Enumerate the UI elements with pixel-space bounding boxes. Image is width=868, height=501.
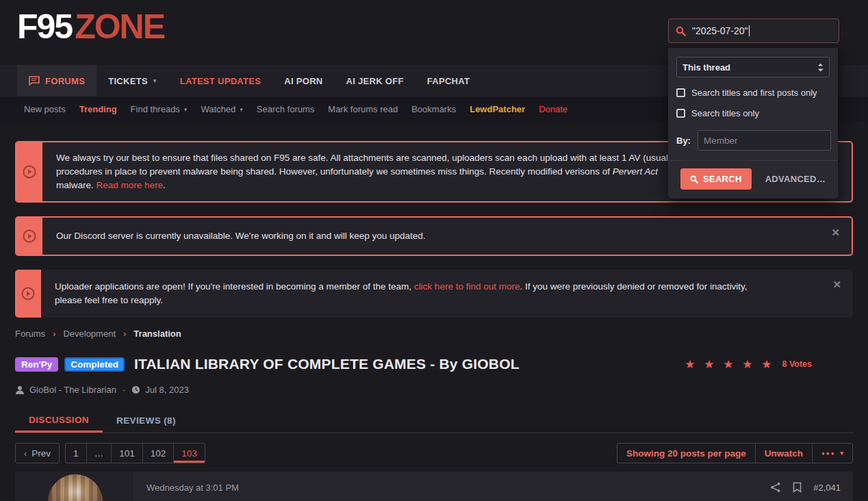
nav-item-forums[interactable]: FORUMS [17, 65, 97, 97]
page-button-101[interactable]: 101 [112, 444, 143, 463]
prev-page-button[interactable]: ‹ Prev [15, 443, 60, 463]
post-timestamp[interactable]: Wednesday at 3:01 PM [146, 483, 239, 493]
nav-label: FAPCHAT [427, 76, 470, 86]
page-button-102[interactable]: 102 [143, 444, 175, 463]
nav-item-ai-jerk-off[interactable]: AI JERK OFF [335, 65, 416, 97]
advanced-search-link[interactable]: ADVANCED… [765, 174, 826, 184]
nav-item-tickets[interactable]: TICKETS ▾ [97, 65, 168, 97]
page-button-1[interactable]: 1 [66, 444, 87, 463]
nav-label: AI JERK OFF [346, 76, 404, 86]
notice-flag [16, 142, 42, 201]
subnav-label: Find threads [131, 104, 180, 114]
subnav-mark-forums-read[interactable]: Mark forums read [321, 104, 405, 114]
site-logo[interactable]: F95ZONE [17, 5, 164, 48]
text-caret [749, 25, 750, 36]
page-ellipsis[interactable]: … [87, 444, 112, 463]
nav-item-latest-updates[interactable]: LATEST UPDATES [168, 65, 273, 97]
notice-line: We always try our best to ensure that fi… [56, 151, 668, 165]
select-arrows-icon [817, 63, 824, 72]
subnav-search-forums[interactable]: Search forums [250, 104, 322, 114]
prev-arrow-icon: ‹ [24, 448, 27, 459]
checkbox-row-first-posts: Search titles and first posts only [676, 88, 830, 98]
tab-discussion[interactable]: DISCUSSION [15, 409, 103, 433]
notice-line-text: We always try our best to ensure that fi… [56, 153, 668, 163]
search-panel-footer: SEARCH ADVANCED… [668, 160, 838, 198]
by-label: By: [676, 136, 691, 146]
play-circle-icon [21, 286, 36, 301]
bookmark-icon[interactable] [793, 482, 802, 493]
chevron-down-icon: ▾ [840, 450, 843, 457]
chevron-down-icon: ▾ [153, 77, 157, 84]
post-actions: #2,041 [770, 482, 841, 493]
tab-reviews[interactable]: REVIEWS (8) [103, 409, 190, 433]
badge-completed[interactable]: Completed [64, 357, 125, 372]
post-number[interactable]: #2,041 [813, 483, 841, 493]
breadcrumb-translation[interactable]: Translation [133, 329, 181, 339]
badge-renpy[interactable]: Ren'Py [15, 357, 58, 372]
subnav-watched[interactable]: Watched ▾ [194, 104, 249, 114]
forums-icon [29, 76, 40, 86]
unwatch-button[interactable]: Unwatch [755, 444, 812, 463]
thread-title-row: Ren'Py Completed ITALIAN LIBRARY OF COMP… [15, 354, 853, 374]
notice-text: Our Discord server is currently unavaila… [42, 218, 439, 255]
notice-line: malware. Read more here. [56, 179, 668, 192]
search-scope-select[interactable]: This thread [676, 57, 830, 77]
post-avatar-column [15, 472, 134, 501]
nav-label: LATEST UPDATES [180, 76, 261, 86]
close-icon[interactable]: ✕ [821, 270, 853, 318]
checkbox-first-posts[interactable] [676, 88, 685, 97]
subnav-find-threads[interactable]: Find threads ▾ [124, 104, 194, 114]
chevron-down-icon: ▾ [184, 106, 188, 113]
nav-item-ai-porn[interactable]: AI PORN [272, 65, 334, 97]
notice-line-text: procedures in place to prevent malware b… [56, 166, 613, 177]
pagination-row: ‹ Prev 1 … 101 102 103 Showing 20 posts … [15, 443, 853, 463]
posts-per-page-button[interactable]: Showing 20 posts per page [617, 444, 755, 463]
more-options-button[interactable]: ●●● ▾ [812, 444, 852, 463]
share-icon[interactable] [770, 482, 781, 493]
find-out-more-link[interactable]: click here to find out more [414, 281, 520, 292]
search-input[interactable]: "2025-07-20" [668, 18, 839, 43]
logo-zone: ZONE [75, 8, 164, 46]
page-button-103-current[interactable]: 103 [174, 444, 205, 463]
member-input[interactable] [698, 130, 831, 151]
chevron-down-icon: ▾ [240, 106, 243, 113]
nav-label: AI PORN [284, 76, 322, 86]
search-button-label: SEARCH [703, 174, 742, 184]
read-more-link[interactable]: Read more here [97, 180, 164, 190]
subnav-bookmarks[interactable]: Bookmarks [405, 104, 463, 114]
nav-item-fapchat[interactable]: FAPCHAT [416, 65, 482, 97]
close-icon[interactable]: ✕ [819, 218, 852, 255]
votes-count[interactable]: 8 Votes [782, 359, 812, 369]
notice-text: Uploader applications are open! If you'r… [41, 270, 780, 318]
subnav-new-posts[interactable]: New posts [17, 104, 73, 114]
search-icon [676, 26, 686, 36]
prev-label: Prev [31, 448, 51, 459]
checkbox-titles-only-label: Search titles only [691, 108, 759, 118]
thread-date[interactable]: Jul 8, 2023 [145, 385, 189, 395]
notice-text: We always try our best to ensure that fi… [42, 142, 682, 201]
checkbox-titles-only[interactable] [676, 109, 685, 118]
thread-author[interactable]: GioBol - The Librarian [29, 385, 116, 395]
thread-toolbar: Showing 20 posts per page Unwatch ●●● ▾ [617, 443, 853, 463]
meta-separator: · [123, 385, 125, 395]
subnav-trending[interactable]: Trending [73, 104, 124, 114]
search-by-row: By: [676, 130, 830, 151]
star-icons[interactable]: ★ ★ ★ ★ ★ [685, 357, 774, 372]
thread-tabs: DISCUSSION REVIEWS (8) [15, 409, 853, 433]
search-button[interactable]: SEARCH [680, 168, 752, 190]
play-circle-icon [22, 164, 37, 179]
breadcrumb-development[interactable]: Development [63, 329, 116, 339]
notice-line: procedures in place to prevent malware b… [56, 165, 668, 179]
breadcrumb-forums[interactable]: Forums [15, 329, 45, 339]
page-title: ITALIAN LIBRARY OF COMPLETE GAMES - By G… [134, 356, 520, 372]
notice-flag [15, 270, 41, 318]
nav-label: FORUMS [45, 76, 85, 86]
notice-discord: Our Discord server is currently unavaila… [15, 216, 853, 256]
post-header: Wednesday at 3:01 PM #2,041 [134, 472, 853, 501]
checkbox-row-titles-only: Search titles only [676, 108, 830, 118]
checkbox-first-posts-label: Search titles and first posts only [691, 88, 817, 98]
notice-line-text: Uploader applications are open! If you'r… [55, 281, 414, 292]
avatar[interactable] [48, 474, 103, 501]
subnav-lewdpatcher[interactable]: LewdPatcher [463, 104, 532, 114]
subnav-donate[interactable]: Donate [532, 104, 574, 114]
